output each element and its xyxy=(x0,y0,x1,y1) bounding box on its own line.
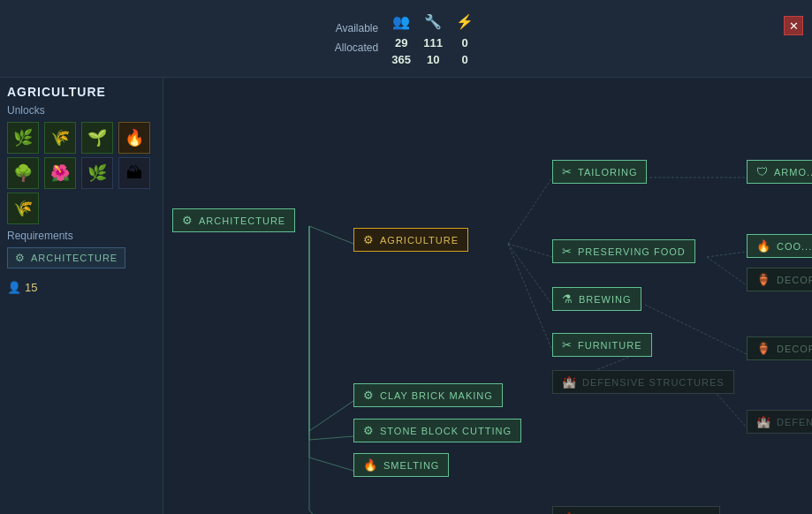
clay-brick-label: CLAY BRICK MAKING xyxy=(380,390,493,401)
stone-block-label: STONE BLOCK CUTTING xyxy=(380,426,512,436)
def-structures-icon: 🏰 xyxy=(562,375,577,389)
cost-display: 👤 15 xyxy=(7,281,156,294)
decorative2-icon: 🏺 xyxy=(756,342,771,355)
workers-available: 29 xyxy=(389,36,414,49)
node-brewing[interactable]: ⚗ BREWING xyxy=(552,287,641,311)
node-furniture[interactable]: ✂ FURNITURE xyxy=(552,333,652,357)
unlock-icons-grid: 🌿 🌾 🌱 🔥 🌳 🌺 🌿 🏔 🌾 xyxy=(7,122,156,224)
tools-available: 111 xyxy=(421,36,445,49)
node-stone-block[interactable]: ⚙ STONE BLOCK CUTTING xyxy=(353,419,521,442)
tools-column: 🔧 111 10 xyxy=(421,11,445,66)
tech-tree-area: .conn { stroke: #406060; stroke-width: 1… xyxy=(163,78,812,514)
unlock-icon-4[interactable]: 🌳 xyxy=(7,157,39,189)
close-icon: ✕ xyxy=(789,19,799,33)
tools-allocated: 10 xyxy=(421,53,445,66)
agriculture-icon: ⚙ xyxy=(363,233,375,246)
node-preserving-food[interactable]: ✂ PRESERVING FOOD xyxy=(552,239,695,263)
panel-title: AGRICULTURE xyxy=(7,85,156,99)
cost-icon: 👤 xyxy=(7,281,21,294)
smelting-label: SMELTING xyxy=(383,460,439,471)
node-defensive-st[interactable]: 🏰 DEFENSIVE ST... xyxy=(747,410,812,434)
energy-icon: ⚡ xyxy=(454,11,475,33)
preserving-label: PRESERVING FOOD xyxy=(578,246,686,257)
unlock-icon-2[interactable]: 🌱 xyxy=(81,122,113,154)
unlock-icon-7[interactable]: 🏔 xyxy=(118,157,150,189)
requirements-label: Requirements xyxy=(7,230,156,242)
workers-allocated: 365 xyxy=(389,53,414,66)
armor-label: ARMO... xyxy=(774,167,812,178)
unlock-icon-5[interactable]: 🌺 xyxy=(44,157,76,189)
energy-allocated: 0 xyxy=(452,53,477,66)
node-tailoring[interactable]: ✂ TAILORING xyxy=(552,160,647,184)
tailoring-icon: ✂ xyxy=(562,165,573,178)
stone-block-icon: ⚙ xyxy=(363,424,375,437)
tools-values: 111 10 xyxy=(421,36,445,66)
brewing-icon: ⚗ xyxy=(562,292,573,306)
node-agriculture[interactable]: ⚙ AGRICULTURE xyxy=(353,228,468,252)
brewing-label: BREWING xyxy=(579,294,632,305)
energy-available: 0 xyxy=(452,36,477,49)
furniture-label: FURNITURE xyxy=(578,340,642,351)
decorative1-icon: 🏺 xyxy=(756,273,771,286)
req-icon: ⚙ xyxy=(15,252,26,264)
def-structures-label: DEFENSIVE STRUCTURES xyxy=(582,377,725,388)
workers-icon: 👥 xyxy=(391,11,412,33)
armor-icon: 🛡 xyxy=(756,165,769,178)
furniture-icon: ✂ xyxy=(562,338,573,351)
tools-icon: 🔧 xyxy=(422,11,444,33)
agriculture-label: AGRICULTURE xyxy=(380,235,459,246)
left-panel: AGRICULTURE Unlocks 🌿 🌾 🌱 🔥 🌳 🌺 🌿 🏔 🌾 Re… xyxy=(0,78,163,514)
workers-column: 👥 29 365 xyxy=(389,11,414,66)
architecture-icon: ⚙ xyxy=(182,214,194,227)
node-architecture[interactable]: ⚙ ARCHITECTURE xyxy=(172,208,295,232)
cooking-icon: 🔥 xyxy=(756,239,771,253)
unlock-icon-6[interactable]: 🌿 xyxy=(81,157,113,189)
node-smelting[interactable]: 🔥 SMELTING xyxy=(353,453,449,477)
smelting-icon: 🔥 xyxy=(363,458,378,472)
workers-values: 29 365 xyxy=(389,36,414,66)
cost-value: 15 xyxy=(25,281,37,294)
node-defensive-structures[interactable]: 🏰 DEFENSIVE STRUCTURES xyxy=(552,370,734,394)
unlock-icon-1[interactable]: 🌾 xyxy=(44,122,76,154)
req-label: ARCHITECTURE xyxy=(31,253,118,263)
decorative1-label: DECORATIV... xyxy=(777,275,812,285)
close-button[interactable]: ✕ xyxy=(784,16,803,35)
unlock-icon-3[interactable]: 🔥 xyxy=(118,122,150,154)
node-decorative2[interactable]: 🏺 DECORATIVE S... xyxy=(747,336,812,360)
resource-labels: Available Allocated xyxy=(335,19,378,57)
preserving-icon: ✂ xyxy=(562,245,573,258)
allocated-label: Allocated xyxy=(335,39,378,58)
energy-values: 0 0 xyxy=(452,36,477,66)
defensive-st-label: DEFENSIVE ST... xyxy=(777,417,812,427)
architecture-requirement[interactable]: ⚙ ARCHITECTURE xyxy=(7,247,125,268)
available-label: Available xyxy=(336,19,378,39)
tree-connections-svg: .conn { stroke: #406060; stroke-width: 1… xyxy=(163,78,812,514)
tailoring-label: TAILORING xyxy=(578,167,637,178)
node-cooking[interactable]: 🔥 COO... xyxy=(747,234,812,258)
decorative2-label: DECORATIVE S... xyxy=(777,344,812,354)
energy-column: ⚡ 0 0 xyxy=(452,11,477,66)
top-bar: Available Allocated 👥 29 365 🔧 111 10 ⚡ … xyxy=(0,0,812,78)
unlocks-label: Unlocks xyxy=(7,104,156,117)
resource-panel: Available Allocated 👥 29 365 🔧 111 10 ⚡ … xyxy=(335,11,477,66)
clay-brick-icon: ⚙ xyxy=(363,389,375,402)
unlock-icon-8[interactable]: 🌾 xyxy=(7,193,39,224)
unlock-icon-0[interactable]: 🌿 xyxy=(7,122,39,154)
defensive-st-icon: 🏰 xyxy=(756,415,771,428)
architecture-label: ARCHITECTURE xyxy=(199,215,285,226)
node-wooden-weaponry-2[interactable]: 🏰 WOODEN WEAPONRY II xyxy=(552,506,720,514)
node-decorative1[interactable]: 🏺 DECORATIV... xyxy=(747,268,812,291)
cooking-label: COO... xyxy=(777,241,812,252)
node-armor[interactable]: 🛡 ARMO... xyxy=(747,160,812,184)
node-clay-brick[interactable]: ⚙ CLAY BRICK MAKING xyxy=(353,383,503,407)
